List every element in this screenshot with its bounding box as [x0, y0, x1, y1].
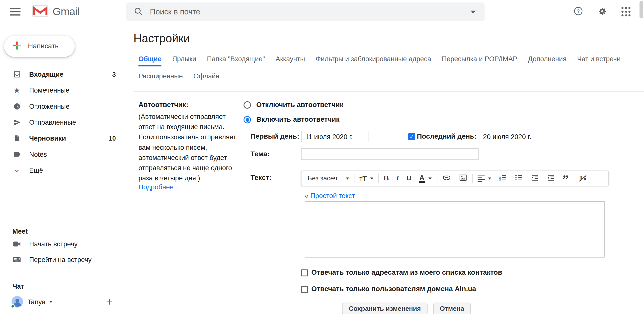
text-color-caret-icon [428, 177, 432, 179]
remove-formatting-button[interactable]: Tx [575, 174, 590, 182]
sidebar-divider [0, 220, 126, 220]
tab-inbox[interactable]: Папка "Входящие" [207, 52, 265, 66]
underline-button[interactable]: U [403, 174, 415, 182]
search-options-caret-icon[interactable] [471, 10, 476, 13]
contacts-only-checkbox[interactable] [301, 269, 308, 276]
sidebar-item-label: Черновики [29, 135, 101, 142]
sidebar-item-notes[interactable]: Notes [0, 146, 126, 162]
toolbar-divider [574, 174, 574, 183]
contacts-only-row[interactable]: Отвечать только адресатам из моего списк… [301, 269, 608, 277]
outdent-icon [530, 173, 539, 183]
gmail-logo[interactable]: Gmail [32, 5, 80, 19]
tab-accounts[interactable]: Аккаунты [276, 52, 305, 66]
apps-button[interactable] [620, 6, 632, 17]
sidebar-item-label: Ещё [29, 166, 126, 174]
text-color-button[interactable]: A [415, 174, 436, 183]
svg-text:3: 3 [499, 178, 501, 181]
toolbar-divider [378, 174, 379, 183]
sidebar-item-drafts[interactable]: Черновики 10 [0, 130, 126, 146]
vacation-off-option[interactable]: Отключить автоответчик [243, 101, 644, 109]
sidebar-nav: Входящие 3 ★ Помеченные Отложенные [0, 66, 126, 178]
topbar: Gmail Поиск в почте ? [0, 0, 644, 23]
outdent-button[interactable] [527, 173, 543, 183]
bold-button[interactable]: B [380, 174, 392, 182]
sidebar-item-label: Notes [29, 151, 126, 158]
tab-forwarding-pop-imap[interactable]: Пересылка и POP/IMAP [442, 52, 518, 66]
toolbar-divider [354, 174, 355, 183]
compose-button[interactable]: Написать [4, 36, 74, 57]
gmail-m-icon [32, 5, 48, 19]
settings-button[interactable] [596, 6, 608, 17]
page-title: Настройки [134, 32, 644, 45]
font-family-button[interactable]: Без засеч... [304, 175, 353, 182]
tab-labels[interactable]: Ярлыки [172, 52, 196, 66]
tab-filters[interactable]: Фильтры и заблокированные адреса [316, 52, 431, 66]
sidebar-item-label: Перейти на встречу [29, 256, 126, 264]
message-body-textarea[interactable] [305, 201, 604, 258]
search-input[interactable]: Поиск в почте [150, 7, 464, 16]
vacation-controls-column: Отключить автоответчик Включить автоотве… [243, 101, 644, 314]
search-icon[interactable] [134, 6, 143, 17]
vacation-on-option[interactable]: Включить автоответчик [243, 116, 644, 124]
bullet-list-button[interactable] [511, 173, 527, 183]
quote-button[interactable]: ” [559, 173, 572, 183]
quote-icon: ” [562, 178, 569, 183]
scrollbar-thumb[interactable] [640, 1, 643, 18]
tab-offline[interactable]: Офлайн [194, 69, 219, 84]
domain-only-checkbox[interactable] [301, 286, 308, 293]
sidebar-item-new-meeting[interactable]: Начать встречу [0, 236, 126, 252]
bullet-list-icon [514, 173, 523, 183]
sidebar-item-sent[interactable]: Отправленные [0, 115, 126, 130]
numbered-list-button[interactable]: 123 [495, 173, 511, 183]
plain-text-link[interactable]: « Простой текст [305, 192, 355, 199]
sidebar-item-join-meeting[interactable]: Перейти на встречу [0, 252, 126, 268]
bold-icon: B [384, 174, 389, 182]
last-day-label: Последний день: [417, 132, 476, 141]
topbar-actions: ? [572, 0, 632, 23]
first-day-input[interactable]: 11 июля 2020 г. [301, 131, 368, 142]
domain-only-row[interactable]: Отвечать только пользователям домена Ain… [301, 285, 608, 293]
message-editor: Без засеч... TT [301, 171, 608, 314]
gear-icon [597, 6, 607, 17]
font-family-value: Без засеч... [308, 175, 342, 182]
subject-label: Тема: [243, 150, 301, 158]
help-button[interactable]: ? [572, 6, 584, 17]
last-day-input[interactable]: 20 июля 2020 г. [479, 131, 546, 142]
sidebar-item-more[interactable]: Ещё [0, 162, 126, 178]
sidebar-item-inbox[interactable]: Входящие 3 [0, 66, 126, 82]
svg-text:?: ? [577, 8, 580, 14]
font-size-icon: TT [360, 174, 367, 183]
sidebar-item-snoozed[interactable]: Отложенные [0, 99, 126, 115]
chat-section-title: Чат [0, 281, 126, 291]
chat-user-caret-icon[interactable] [49, 301, 52, 303]
tab-general[interactable]: Общие [138, 52, 162, 66]
chat-user-row[interactable]: Tanya + [0, 294, 126, 309]
tab-addons[interactable]: Дополнения [528, 52, 566, 66]
sidebar-item-starred[interactable]: ★ Помеченные [0, 82, 126, 98]
compose-label: Написать [28, 42, 58, 50]
insert-image-button[interactable] [455, 173, 471, 183]
search-bar[interactable]: Поиск в почте [126, 2, 485, 21]
hamburger-menu-button[interactable] [10, 8, 21, 15]
save-button[interactable]: Сохранить изменения [342, 303, 428, 314]
cancel-button[interactable]: Отмена [433, 303, 471, 314]
indent-button[interactable] [543, 173, 559, 183]
vacation-on-radio[interactable] [244, 116, 251, 123]
insert-link-button[interactable] [438, 173, 455, 184]
chat-user-name: Tanya [28, 298, 46, 306]
font-size-caret-icon [370, 177, 374, 179]
gmail-logo-text: Gmail [52, 5, 80, 18]
vacation-off-radio[interactable] [244, 101, 251, 109]
align-button[interactable] [474, 174, 495, 182]
subject-input[interactable] [301, 149, 478, 160]
learn-more-link[interactable]: Подробнее... [138, 183, 179, 191]
new-chat-button[interactable]: + [106, 296, 113, 307]
tab-advanced[interactable]: Расширенные [138, 69, 183, 84]
toolbar-divider [436, 174, 437, 183]
tab-chat-meet[interactable]: Чат и встречи [577, 52, 620, 66]
italic-button[interactable]: I [392, 174, 403, 182]
align-caret-icon [488, 177, 491, 179]
last-day-checkbox[interactable] [408, 133, 415, 140]
star-icon: ★ [12, 87, 21, 94]
font-size-button[interactable]: TT [356, 174, 377, 183]
